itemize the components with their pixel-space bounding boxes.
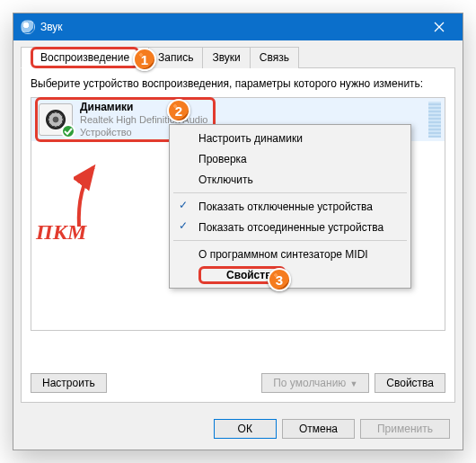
bottom-button-row: Настроить По умолчанию▼ Свойства <box>31 373 445 393</box>
ctx-test[interactable]: Проверка <box>172 148 409 169</box>
tab-strip: Воспроизведение Запись Звуки Связь <box>21 46 455 68</box>
tab-playback-label: Воспроизведение <box>31 47 139 68</box>
ctx-disable[interactable]: Отключить <box>172 169 409 190</box>
apply-button[interactable]: Применить <box>360 419 450 439</box>
ctx-separator <box>173 240 407 241</box>
set-default-button[interactable]: По умолчанию▼ <box>261 373 369 393</box>
callout-2: 2 <box>167 99 190 122</box>
close-icon <box>434 22 445 32</box>
dialog-buttons: ОК Отмена Применить <box>214 419 450 439</box>
callout-3: 3 <box>268 268 291 291</box>
instruction-text: Выберите устройство воспроизведения, пар… <box>31 77 445 90</box>
ctx-show-disabled[interactable]: Показать отключенные устройства <box>172 196 409 217</box>
callout-1: 1 <box>133 48 156 71</box>
ctx-configure-speakers[interactable]: Настроить динамики <box>172 128 409 148</box>
chevron-down-icon: ▼ <box>349 379 357 388</box>
sound-icon <box>21 20 35 34</box>
default-check-icon <box>61 124 75 138</box>
window-title: Звук <box>40 21 419 33</box>
tab-sounds[interactable]: Звуки <box>202 47 250 68</box>
configure-button[interactable]: Настроить <box>31 373 107 393</box>
context-menu: Настроить динамики Проверка Отключить По… <box>169 124 411 289</box>
ctx-show-disconnected[interactable]: Показать отсоединенные устройства <box>172 217 409 237</box>
tab-recording[interactable]: Запись <box>148 47 203 68</box>
speaker-device-icon <box>39 103 73 136</box>
set-default-label: По умолчанию <box>273 377 346 389</box>
cancel-button[interactable]: Отмена <box>282 419 355 439</box>
tab-comm[interactable]: Связь <box>250 47 299 68</box>
tab-playback[interactable]: Воспроизведение <box>21 47 149 68</box>
rmb-annotation: ПКМ <box>36 220 86 245</box>
titlebar: Звук <box>13 13 463 40</box>
ctx-separator <box>173 192 407 193</box>
properties-button[interactable]: Свойства <box>375 373 445 393</box>
ok-button[interactable]: ОК <box>214 419 277 439</box>
level-meter-icon <box>428 102 441 138</box>
close-button[interactable] <box>419 13 459 40</box>
ctx-about-midi[interactable]: О программном синтезаторе MIDI <box>172 244 409 264</box>
